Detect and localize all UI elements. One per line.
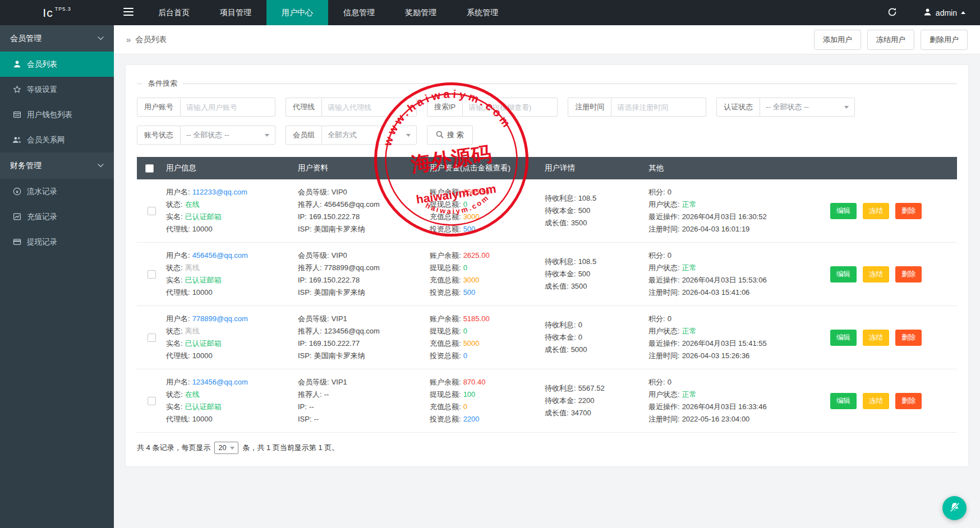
edit-button[interactable]: 编辑 [830, 266, 857, 282]
recharge-total-value[interactable]: 0 [463, 402, 467, 411]
sidebar-item-user-wallet-list[interactable]: 用户钱包列表 [0, 102, 114, 127]
withdraw-total-value[interactable]: 0 [463, 263, 467, 272]
username-link[interactable]: 112233@qq.com [192, 188, 247, 196]
field-label: 提现总额: [430, 200, 461, 209]
last-op-value: 2026年04月03日 16:33:46 [682, 402, 767, 411]
topnav-item-project[interactable]: 项目管理 [205, 0, 266, 25]
username-link[interactable]: 123456@qq.com [192, 378, 248, 386]
topnav-item-info[interactable]: 信息管理 [328, 0, 390, 25]
recharge-total-value[interactable]: 3000 [463, 212, 480, 221]
edit-button[interactable]: 编辑 [830, 330, 857, 346]
menu-toggle-button[interactable] [114, 0, 143, 25]
delete-button[interactable]: 删除 [895, 330, 922, 346]
freeze-button[interactable]: 冻结 [863, 393, 889, 409]
register-time-field[interactable] [611, 98, 706, 117]
realname-value: 已认证邮箱 [185, 339, 222, 348]
sidebar-item-member-relations[interactable]: 会员关系网 [0, 127, 114, 152]
ip-field[interactable] [462, 98, 558, 117]
member-group-select[interactable]: 全部方式 [321, 126, 417, 145]
row-checkbox[interactable] [148, 397, 156, 405]
notification-button[interactable] [942, 496, 967, 520]
page-size-select[interactable]: 20 [214, 442, 238, 454]
edit-button[interactable]: 编辑 [830, 203, 857, 219]
account-field[interactable] [180, 98, 275, 117]
search-legend: 条件搜索 [142, 78, 183, 89]
field-label: 用户名: [166, 378, 190, 386]
topnav-item-system[interactable]: 系统管理 [452, 0, 513, 25]
points-value: 0 [668, 378, 671, 386]
sidebar-item-recharge-records[interactable]: 充值记录 [0, 204, 114, 229]
balance-value[interactable]: 870.40 [463, 378, 486, 386]
edit-button[interactable]: 编辑 [830, 393, 857, 409]
refresh-button[interactable] [876, 0, 909, 25]
topnav-item-user-center[interactable]: 用户中心 [266, 0, 328, 25]
invest-total-value[interactable]: 500 [463, 288, 476, 297]
delete-button[interactable]: 删除 [895, 266, 922, 282]
invest-total-value[interactable]: 2200 [463, 415, 480, 423]
field-label: 账户余额: [430, 188, 461, 196]
actions-cell: 编辑 冻结 删除 [822, 249, 957, 299]
card-icon [12, 238, 21, 246]
delete-user-button[interactable]: 删除用户 [921, 30, 968, 50]
topbar: IcTP5.3 后台首页项目管理用户中心信息管理奖励管理系统管理 admin [0, 0, 980, 25]
sidebar-group-member-management[interactable]: 会员管理 [0, 25, 114, 52]
logo-text: Ic [43, 6, 53, 20]
balance-value[interactable]: 2505.50 [463, 188, 490, 196]
topnav-item-reward[interactable]: 奖励管理 [390, 0, 452, 25]
topnav-item-label: 用户中心 [282, 8, 313, 18]
sidebar-item-level-settings[interactable]: 等级设置 [0, 77, 114, 102]
ip-value: 169.150.222.78 [309, 212, 360, 221]
invest-total-value[interactable]: 0 [463, 351, 467, 360]
pagination: 共 4 条记录，每页显示 20 条，共 1 页当前显示第 1 页。 [137, 442, 957, 454]
auth-status-select[interactable]: -- 全部状态 -- [760, 98, 855, 117]
username-link[interactable]: 456456@qq.com [192, 251, 248, 260]
sidebar-group-finance-management[interactable]: 财务管理 [0, 152, 114, 179]
recharge-total-value[interactable]: 3000 [463, 276, 480, 284]
select-value: 全部方式 [328, 130, 357, 140]
reg-time-value: 2026-04-03 16:01:19 [682, 225, 750, 233]
row-checkbox[interactable] [148, 270, 156, 279]
admin-menu[interactable]: admin [909, 0, 980, 25]
table-body: 用户名:112233@qq.com 状态:在线 实名:已认证邮箱 代理线:100… [137, 179, 957, 433]
add-user-button[interactable]: 添加用户 [814, 30, 861, 50]
user-profile-cell: 会员等级:VIP1 推荐人:123456@qq.com IP:169.150.2… [298, 313, 430, 362]
withdraw-total-value[interactable]: 100 [463, 390, 476, 399]
freeze-button[interactable]: 冻结 [863, 266, 889, 282]
sidebar-item-withdraw-records[interactable]: 提现记录 [0, 229, 114, 254]
withdraw-total-value[interactable]: 0 [463, 200, 467, 209]
sidebar-item-flow-records[interactable]: ¥ 流水记录 [0, 179, 114, 204]
withdraw-total-value[interactable]: 0 [463, 327, 467, 335]
account-status-select[interactable]: -- 全部状态 -- [180, 126, 275, 145]
username-link[interactable]: 778899@qq.com [192, 314, 248, 323]
topnav-item-home[interactable]: 后台首页 [143, 0, 205, 25]
field-label: 投资总额: [430, 288, 461, 297]
row-checkbox[interactable] [148, 207, 156, 215]
field-label: 待收本金: [545, 206, 576, 215]
table-row: 用户名:112233@qq.com 状态:在线 实名:已认证邮箱 代理线:100… [137, 179, 957, 243]
user-icon [923, 8, 932, 18]
field-label: 积分: [648, 378, 665, 386]
row-checkbox[interactable] [148, 334, 156, 342]
growth-value: 3500 [571, 282, 587, 290]
balance-value[interactable]: 5185.00 [463, 314, 490, 323]
caret-down-icon [844, 106, 849, 109]
topnav-item-label: 后台首页 [158, 8, 190, 18]
invest-total-value[interactable]: 500 [463, 225, 476, 233]
caret-down-icon [406, 134, 411, 137]
delete-button[interactable]: 删除 [895, 393, 922, 409]
actions-cell: 编辑 冻结 删除 [822, 186, 957, 235]
freeze-button[interactable]: 冻结 [863, 330, 889, 346]
isp-value: -- [314, 415, 319, 423]
table-row: 用户名:123456@qq.com 状态:在线 实名:已认证邮箱 代理线:100… [137, 369, 957, 433]
select-all-checkbox[interactable] [145, 164, 154, 173]
balance-value[interactable]: 2625.00 [463, 251, 490, 260]
freeze-button[interactable]: 冻结 [863, 203, 889, 219]
delete-button[interactable]: 删除 [895, 203, 922, 219]
search-button[interactable]: 搜 索 [427, 126, 473, 145]
search-button-label: 搜 索 [447, 130, 464, 140]
field-label: 推荐人: [298, 327, 322, 335]
agent-line-field[interactable] [321, 98, 417, 117]
recharge-total-value[interactable]: 5000 [463, 339, 480, 348]
sidebar-item-member-list[interactable]: 会员列表 [0, 52, 114, 77]
freeze-user-button[interactable]: 冻结用户 [867, 30, 914, 50]
